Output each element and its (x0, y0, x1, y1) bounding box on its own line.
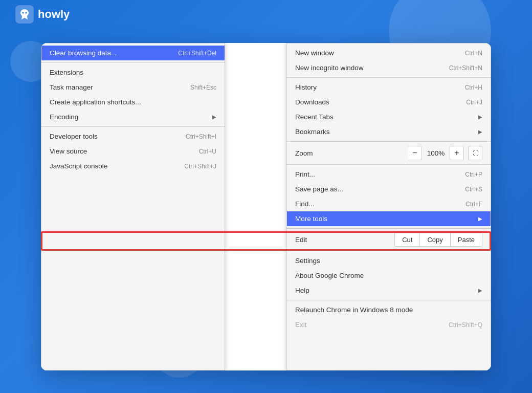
zoom-increase-button[interactable]: + (450, 146, 464, 160)
menu-item-history[interactable]: History Ctrl+H (287, 80, 491, 95)
right-separator-4 (287, 228, 491, 229)
edit-label: Edit (295, 236, 394, 244)
find-label: Find... (295, 200, 315, 208)
menu-item-create-shortcuts[interactable]: Create application shortcuts... (41, 95, 225, 110)
clear-browsing-shortcut: Ctrl+Shift+Del (178, 50, 216, 57)
zoom-decrease-button[interactable]: − (408, 146, 422, 160)
zoom-label: Zoom (295, 149, 408, 157)
task-manager-label: Task manager (50, 83, 93, 91)
menu-item-new-window[interactable]: New window Ctrl+N (287, 46, 491, 60)
copy-button[interactable]: Copy (420, 233, 450, 247)
left-menu: Clear browsing data... Ctrl+Shift+Del Ex… (41, 43, 225, 370)
zoom-row: Zoom − 100% + ⛶ (287, 144, 491, 162)
menu-item-extensions[interactable]: Extensions (41, 65, 225, 80)
cut-button[interactable]: Cut (394, 233, 420, 247)
menu-item-relaunch[interactable]: Relaunch Chrome in Windows 8 mode (287, 302, 491, 317)
new-window-label: New window (295, 49, 334, 57)
recent-tabs-arrow: ▶ (478, 114, 482, 120)
right-separator-5 (287, 251, 491, 251)
menu-item-settings[interactable]: Settings (287, 253, 491, 268)
right-separator-3 (287, 164, 491, 165)
menu-item-find[interactable]: Find... Ctrl+F (287, 196, 491, 211)
menu-item-about-chrome[interactable]: About Google Chrome (287, 268, 491, 283)
main-content: Clear browsing data... Ctrl+Shift+Del Ex… (41, 43, 491, 370)
left-separator-1 (41, 62, 225, 63)
clear-browsing-label: Clear browsing data... (50, 49, 117, 57)
bookmarks-label: Bookmarks (295, 128, 330, 136)
print-shortcut: Ctrl+P (465, 171, 482, 178)
settings-label: Settings (295, 257, 320, 265)
zoom-fullscreen-button[interactable]: ⛶ (468, 146, 482, 160)
help-label: Help (295, 287, 309, 294)
incognito-label: New incognito window (295, 64, 364, 72)
more-tools-arrow: ▶ (478, 216, 482, 222)
new-window-shortcut: Ctrl+N (465, 50, 482, 57)
menu-item-view-source[interactable]: View source Ctrl+U (41, 144, 225, 159)
zoom-value: 100% (426, 149, 446, 157)
history-shortcut: Ctrl+H (465, 84, 482, 91)
menu-item-recent-tabs[interactable]: Recent Tabs ▶ (287, 110, 491, 124)
extensions-label: Extensions (50, 69, 83, 76)
menu-item-js-console[interactable]: JavaScript console Ctrl+Shift+J (41, 159, 225, 173)
menu-item-task-manager[interactable]: Task manager Shift+Esc (41, 80, 225, 95)
right-separator-6 (287, 300, 491, 300)
edit-buttons: Cut Copy Paste (394, 233, 482, 247)
find-shortcut: Ctrl+F (465, 201, 482, 208)
encoding-label: Encoding (50, 113, 78, 121)
paste-button[interactable]: Paste (451, 233, 482, 247)
downloads-label: Downloads (295, 98, 329, 106)
incognito-shortcut: Ctrl+Shift+N (449, 64, 482, 72)
menu-item-clear-browsing[interactable]: Clear browsing data... Ctrl+Shift+Del (41, 46, 225, 60)
right-separator-2 (287, 141, 491, 142)
save-page-label: Save page as... (295, 185, 343, 193)
dev-tools-label: Developer tools (50, 133, 98, 140)
menu-item-print[interactable]: Print... Ctrl+P (287, 167, 491, 182)
create-shortcuts-label: Create application shortcuts... (50, 98, 141, 106)
right-separator-1 (287, 77, 491, 78)
right-menu: New window Ctrl+N New incognito window C… (286, 43, 491, 370)
encoding-arrow: ▶ (212, 114, 216, 120)
help-arrow: ▶ (478, 288, 482, 293)
exit-label: Exit (295, 321, 307, 329)
edit-row: Edit Cut Copy Paste (287, 231, 491, 249)
js-console-label: JavaScript console (50, 162, 107, 170)
view-source-shortcut: Ctrl+U (199, 148, 216, 155)
logo-icon (15, 5, 34, 24)
print-label: Print... (295, 170, 315, 178)
left-separator-2 (41, 126, 225, 127)
more-tools-label: More tools (295, 215, 327, 223)
menu-item-exit[interactable]: Exit Ctrl+Shift+Q (287, 317, 491, 332)
bookmarks-arrow: ▶ (478, 129, 482, 135)
svg-point-1 (23, 12, 24, 14)
menu-item-bookmarks[interactable]: Bookmarks ▶ (287, 124, 491, 139)
menu-item-more-tools[interactable]: More tools ▶ (287, 211, 491, 226)
task-manager-shortcut: Shift+Esc (190, 84, 216, 91)
menu-item-help[interactable]: Help ▶ (287, 283, 491, 298)
menu-item-incognito[interactable]: New incognito window Ctrl+Shift+N (287, 60, 491, 75)
brand-name: howly (38, 8, 70, 21)
save-page-shortcut: Ctrl+S (465, 186, 482, 193)
menu-item-save-page[interactable]: Save page as... Ctrl+S (287, 182, 491, 196)
header: howly (0, 0, 532, 29)
view-source-label: View source (50, 147, 87, 155)
menu-item-downloads[interactable]: Downloads Ctrl+J (287, 95, 491, 110)
downloads-shortcut: Ctrl+J (466, 99, 482, 106)
relaunch-label: Relaunch Chrome in Windows 8 mode (295, 306, 413, 314)
recent-tabs-label: Recent Tabs (295, 113, 334, 121)
zoom-controls: − 100% + ⛶ (408, 146, 482, 160)
menu-item-encoding[interactable]: Encoding ▶ (41, 110, 225, 124)
fullscreen-icon: ⛶ (473, 150, 478, 156)
about-chrome-label: About Google Chrome (295, 272, 364, 279)
exit-shortcut: Ctrl+Shift+Q (449, 321, 482, 329)
svg-point-2 (26, 12, 27, 14)
menu-item-dev-tools[interactable]: Developer tools Ctrl+Shift+I (41, 129, 225, 144)
history-label: History (295, 83, 317, 91)
dev-tools-shortcut: Ctrl+Shift+I (186, 133, 216, 140)
logo: howly (15, 5, 70, 24)
js-console-shortcut: Ctrl+Shift+J (184, 163, 216, 170)
